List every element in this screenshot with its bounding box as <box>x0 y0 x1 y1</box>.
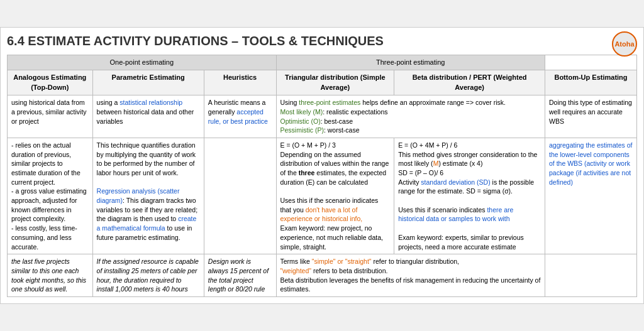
simple-text: "simple" or "straight" <box>312 258 372 265</box>
row1-heuristics: A heuristic means a generally accepted r… <box>204 95 276 138</box>
optimistic-text: Optimistic (O) <box>280 117 321 125</box>
accepted-rule-text: accepted rule, or best practice <box>208 108 268 125</box>
row2-parametric: This technique quantifies duration by mu… <box>92 138 204 254</box>
row3-analogous-italic: the last five projects similar to this o… <box>11 258 86 293</box>
row2-bottomup: aggregating the estimates of the lower-l… <box>545 138 637 254</box>
col-beta: Beta distribution / PERT (Weighted Avera… <box>394 70 545 95</box>
row2-analogous: - relies on the actual duration of previ… <box>8 138 93 254</box>
col-parametric: Parametric Estimating <box>92 70 204 95</box>
weighted-text: "weighted" <box>280 267 312 274</box>
row2-heuristics <box>204 138 276 254</box>
main-table: One-point estimating Three-point estimat… <box>7 55 637 297</box>
table-row: - relies on the actual duration of previ… <box>8 138 637 254</box>
col-heuristics: Heuristics <box>204 70 276 95</box>
statistical-link: statistical relationship <box>119 99 182 106</box>
most-likely-text: Most likely (M) <box>280 108 323 116</box>
historical-data-text: there are historical data or samples to … <box>398 206 513 223</box>
three-point-header: Three-point estimating <box>276 55 545 70</box>
page-title: 6.4 ESTIMATE ACTIVITY DURATIONS – TOOLS … <box>7 34 637 48</box>
row1-bottomup: Doing this type of estimating well requi… <box>545 95 637 138</box>
aggregating-text: aggregating the estimates of the lower-l… <box>549 141 633 186</box>
row2-beta: E = (O + 4M + P) / 6 This method gives s… <box>394 138 545 254</box>
one-point-header: One-point estimating <box>8 55 277 70</box>
col-analogous: Analogous Estimating (Top-Down) <box>8 70 93 95</box>
row1-three-point: Using three-point estimates helps define… <box>276 95 545 138</box>
row3-three-point: Terms like "simple" or "straight" refer … <box>276 254 545 297</box>
row3-heuristics: Design work is always 15 percent of the … <box>204 254 276 297</box>
row2-triangular: E = (O + M + P) / 3 Depending on the ass… <box>276 138 394 254</box>
page-container: Atoha 6.4 ESTIMATE ACTIVITY DURATIONS – … <box>0 27 644 304</box>
dont-have-text: don't have a lot of experience or histor… <box>280 206 363 223</box>
create-formula-text: create a mathematical formula <box>97 215 197 232</box>
pessimistic-text: Pessimistic (P) <box>280 126 324 134</box>
row3-parametric: If the assigned resource is capable of i… <box>92 254 204 297</box>
logo: Atoha <box>612 31 637 57</box>
row3-bottomup <box>545 254 637 297</box>
row3-analogous: the last five projects similar to this o… <box>8 254 93 297</box>
table-row: the last five projects similar to this o… <box>8 254 637 297</box>
regression-analysis-text: Regression analysis (scatter diagram) <box>97 187 180 204</box>
standard-deviation-text: standard deviation (SD) <box>421 178 490 186</box>
m-estimate-text: M <box>433 160 439 167</box>
row1-analogous: using historical data from a previous, s… <box>8 95 93 138</box>
three-point-estimates-text: three-point estimates <box>299 99 360 106</box>
row3-parametric-italic: If the assigned resource is capable of i… <box>97 258 199 293</box>
row3-heuristics-italic: Design work is always 15 percent of the … <box>208 258 269 293</box>
row1-parametric: using a statistical relationship between… <box>92 95 204 138</box>
table-row: using historical data from a previous, s… <box>8 95 637 138</box>
col-triangular: Triangular distribution (Simple Average) <box>276 70 394 95</box>
col-bottomup: Bottom-Up Estimating <box>545 70 637 95</box>
